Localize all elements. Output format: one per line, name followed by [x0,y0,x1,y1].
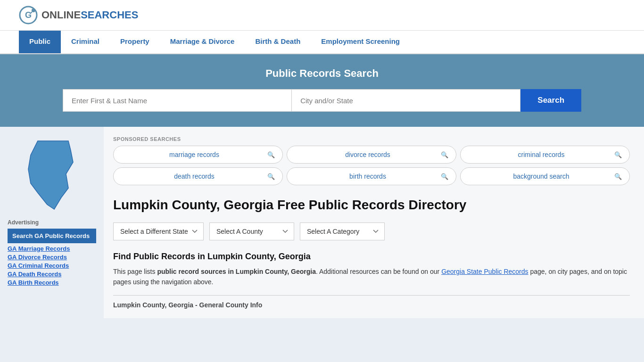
category-dropdown[interactable]: Select A Category [300,222,385,240]
find-desc-link[interactable]: Georgia State Public Records [441,268,528,275]
sponsored-item-4[interactable]: birth records 🔍 [287,167,456,185]
nav-item-property[interactable]: Property [110,31,160,53]
site-header: G ONLINESEARCHES [0,0,644,31]
sponsored-label: SPONSORED SEARCHES [113,136,630,142]
sponsored-item-text-0: marriage records [121,151,267,158]
sponsored-item-text-1: divorce records [295,151,441,158]
main-nav: Public Criminal Property Marriage & Divo… [0,31,644,54]
find-desc-part2: . Additional resources can be found on o… [316,268,441,275]
sidebar-link-death[interactable]: GA Death Records [8,271,96,278]
logo-icon: G [19,6,38,25]
sponsored-grid: marriage records 🔍 divorce records 🔍 cri… [113,146,630,185]
nav-item-marriage-divorce[interactable]: Marriage & Divorce [160,31,245,53]
nav-item-public[interactable]: Public [19,31,61,53]
find-records-desc: This page lists public record sources in… [113,266,630,288]
sidebar-ad-label: Advertising [8,219,96,226]
state-map-georgia [24,136,80,212]
search-banner-title: Public Records Search [19,67,625,80]
logo[interactable]: G ONLINESEARCHES [19,6,138,25]
search-icon-4: 🔍 [441,173,448,180]
county-info-label: Lumpkin County, Georgia - General County… [113,301,630,309]
nav-item-birth-death[interactable]: Birth & Death [245,31,311,53]
sidebar-link-divorce[interactable]: GA Divorce Records [8,254,96,261]
name-input[interactable] [63,89,291,112]
nav-item-criminal[interactable]: Criminal [61,31,110,53]
sidebar-link-criminal[interactable]: GA Criminal Records [8,262,96,269]
sponsored-item-0[interactable]: marriage records 🔍 [113,146,283,164]
page-title: Lumpkin County, Georgia Free Public Reco… [113,197,466,213]
location-input[interactable] [291,89,520,112]
logo-text: ONLINESEARCHES [41,9,138,21]
find-records-title: Find Public Records in Lumpkin County, G… [113,252,630,262]
sponsored-item-5[interactable]: background search 🔍 [460,167,630,185]
search-banner: Public Records Search Search [0,54,644,127]
sponsored-item-text-4: birth records [295,173,441,180]
sidebar-ad-highlight[interactable]: Search GA Public Records [8,229,96,243]
sponsored-item-1[interactable]: divorce records 🔍 [287,146,456,164]
sponsored-item-text-5: background search [468,173,614,180]
svg-text:G: G [25,10,32,20]
search-icon-2: 🔍 [614,151,622,158]
sponsored-item-2[interactable]: criminal records 🔍 [460,146,630,164]
find-desc-part1: This page lists [113,268,157,275]
nav-item-employment[interactable]: Employment Screening [311,31,410,53]
main-container: Advertising Search GA Public Records GA … [0,127,644,318]
sponsored-item-3[interactable]: death records 🔍 [113,167,283,185]
search-fields: Search [63,89,581,112]
search-button[interactable]: Search [520,89,581,112]
sponsored-item-text-2: criminal records [468,151,614,158]
county-dropdown[interactable]: Select A County [209,222,294,240]
sponsored-item-text-3: death records [121,173,267,180]
state-dropdown[interactable]: Select a Different State [113,222,204,240]
search-icon-1: 🔍 [441,151,448,158]
find-desc-bold: public record sources in Lumpkin County,… [157,268,316,275]
main-content: SPONSORED SEARCHES marriage records 🔍 di… [104,127,644,318]
search-icon-5: 🔍 [614,173,622,180]
sidebar-link-birth[interactable]: GA Birth Records [8,279,96,286]
section-divider [113,295,630,296]
search-icon-3: 🔍 [267,173,275,180]
search-icon-0: 🔍 [267,151,275,158]
sidebar: Advertising Search GA Public Records GA … [0,127,104,318]
dropdowns-row: Select a Different State Select A County… [113,222,630,240]
svg-point-2 [32,8,35,12]
sidebar-link-marriage[interactable]: GA Marriage Records [8,245,96,252]
page-heading: Lumpkin County, Georgia Free Public Reco… [113,197,630,213]
